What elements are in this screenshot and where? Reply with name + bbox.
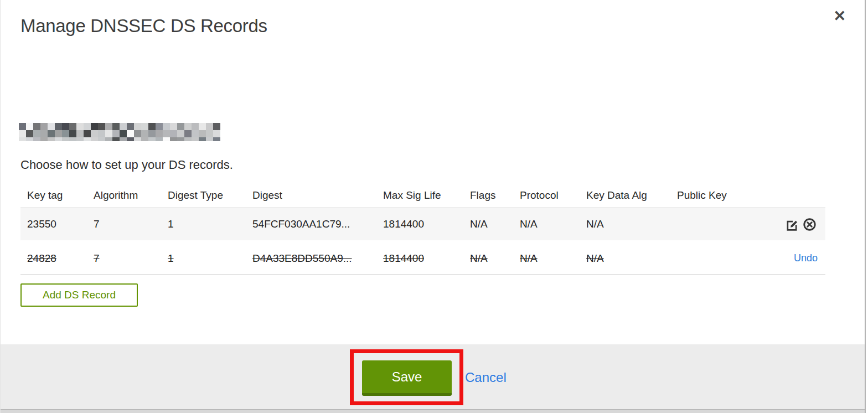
cell-algorithm: 7 <box>87 218 161 230</box>
cell-max-sig-life: 1814400 <box>376 218 463 230</box>
ds-records-table: Key tag Algorithm Digest Type Digest Max… <box>20 183 825 275</box>
cell-key-tag: 24828 <box>20 252 87 265</box>
col-header-max-sig-life: Max Sig Life <box>376 189 463 202</box>
cancel-link[interactable]: Cancel <box>465 370 507 385</box>
table-row-deleted: 24828 7 1 D4A33E8DD550A9... 1814400 N/A … <box>20 242 825 275</box>
col-header-key-tag: Key tag <box>20 189 87 202</box>
cell-key-tag: 23550 <box>20 218 87 230</box>
cell-protocol: N/A <box>513 218 580 230</box>
close-icon[interactable]: ✕ <box>833 9 846 24</box>
add-ds-record-button[interactable]: Add DS Record <box>20 283 138 307</box>
modal-bottom-edge <box>1 410 865 413</box>
cell-digest: 54FCF030AA1C79... <box>246 218 376 230</box>
instruction-text: Choose how to set up your DS records. <box>20 158 233 172</box>
cell-key-data-alg: N/A <box>580 252 670 265</box>
delete-record-button[interactable] <box>802 216 818 233</box>
table-row: 23550 7 1 54FCF030AA1C79... 1814400 N/A … <box>20 208 825 240</box>
cell-protocol: N/A <box>513 252 580 265</box>
cell-flags: N/A <box>463 252 513 265</box>
save-button[interactable]: Save <box>362 360 452 396</box>
dnssec-modal: Manage DNSSEC DS Records ✕ Choose how to… <box>0 0 866 413</box>
col-header-key-data-alg: Key Data Alg <box>580 189 670 202</box>
cell-key-data-alg: N/A <box>580 218 670 230</box>
table-header-row: Key tag Algorithm Digest Type Digest Max… <box>20 183 825 208</box>
edit-icon <box>784 217 799 232</box>
col-header-digest-type: Digest Type <box>161 189 246 202</box>
cell-digest-type: 1 <box>161 252 246 265</box>
col-header-protocol: Protocol <box>513 189 580 202</box>
col-header-flags: Flags <box>463 189 513 202</box>
undo-link[interactable]: Undo <box>794 252 818 264</box>
redacted-domain-name <box>19 123 220 141</box>
cell-digest: D4A33E8DD550A9... <box>246 252 376 265</box>
cell-max-sig-life: 1814400 <box>376 252 463 265</box>
page-title: Manage DNSSEC DS Records <box>20 16 267 37</box>
col-header-algorithm: Algorithm <box>87 189 161 202</box>
cell-flags: N/A <box>463 218 513 230</box>
col-header-public-key: Public Key <box>670 189 764 202</box>
col-header-digest: Digest <box>246 189 376 202</box>
edit-record-button[interactable] <box>784 216 800 233</box>
delete-icon <box>802 217 817 232</box>
cell-algorithm: 7 <box>87 252 161 265</box>
cell-digest-type: 1 <box>161 218 246 230</box>
